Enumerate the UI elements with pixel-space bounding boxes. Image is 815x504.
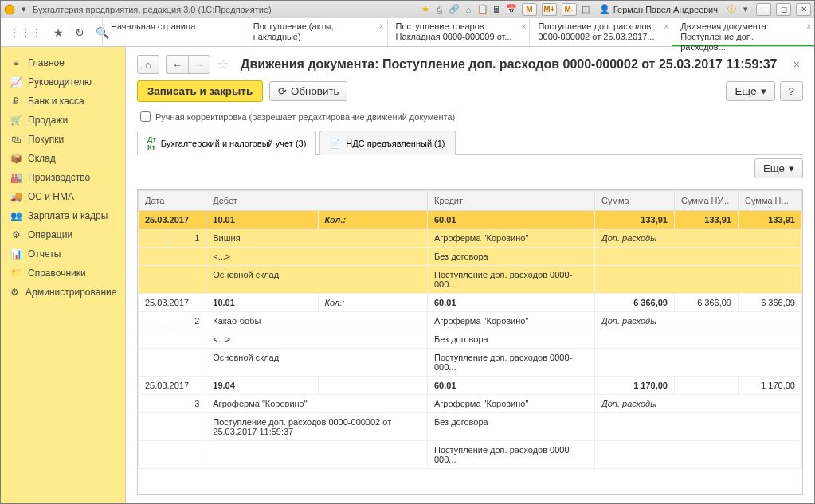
dropdown-icon[interactable]: ▾ [18, 4, 29, 15]
house-icon[interactable]: ⌂ [463, 4, 474, 15]
apps-icon[interactable]: ⋮⋮⋮ [9, 26, 42, 39]
grid-more-button[interactable]: Еще ▾ [754, 158, 803, 178]
home-button[interactable]: ⌂ [137, 55, 159, 74]
close-icon[interactable]: × [379, 21, 384, 32]
sidebar-item-6[interactable]: 🏭Производство [1, 168, 125, 187]
pane-icon[interactable]: ◫ [580, 4, 591, 15]
menu-icon: ≡ [10, 57, 22, 68]
table-row[interactable]: <...>Без договора [139, 330, 802, 349]
table-row[interactable]: 25.03.201719.0460.011 170,001 170,00 [139, 377, 802, 395]
close-icon[interactable]: × [806, 21, 811, 32]
cart-out-icon: 🛒 [10, 115, 22, 126]
maximize-button[interactable]: ◻ [776, 3, 791, 16]
truck-icon: 🚚 [10, 191, 22, 202]
sidebar-item-9[interactable]: ⚙Операции [1, 225, 125, 244]
sidebar-item-8[interactable]: 👥Зарплата и кадры [1, 206, 125, 225]
window-title: Бухгалтерия предприятия, редакция 3.0 (1… [33, 5, 272, 14]
sidebar-label: Склад [28, 153, 56, 164]
calc-icon[interactable]: 🖩 [492, 4, 503, 15]
sidebar-item-11[interactable]: 📁Справочники [1, 264, 125, 283]
tab-home[interactable]: Начальная страница [102, 18, 245, 46]
table-row[interactable]: 25.03.201710.01Кол.:60.01133,91133,91133… [139, 211, 802, 229]
col-sum-nu[interactable]: Сумма НУ... [675, 191, 739, 211]
sidebar-item-10[interactable]: 📊Отчеты [1, 244, 125, 264]
close-button[interactable]: ✕ [796, 3, 811, 16]
table-row[interactable]: Поступление доп. расходов 0000-000... [139, 441, 802, 469]
dropdown2-icon[interactable]: ▾ [740, 4, 751, 15]
table-row[interactable]: Основной складПоступление доп. расходов … [139, 349, 802, 377]
doc-close-icon[interactable]: × [790, 58, 803, 71]
inner-tabs: ДтКтБухгалтерский и налоговый учет (3) 📄… [137, 130, 803, 155]
close-icon[interactable]: × [522, 21, 527, 32]
clip-icon[interactable]: 📋 [477, 4, 488, 15]
box-icon: 📦 [10, 153, 22, 164]
tab-movements[interactable]: Движения документа:Поступление доп. расх… [672, 18, 814, 46]
sidebar-label: ОС и НМА [28, 191, 74, 202]
user-label[interactable]: 👤Герман Павел Андреевич [594, 4, 723, 14]
tab-incoming[interactable]: Поступление (акты, накладные)× [245, 18, 387, 46]
refresh-button[interactable]: ⟳Обновить [269, 81, 347, 101]
movements-table[interactable]: Дата Дебет Кредит Сумма Сумма НУ... Сумм… [138, 190, 802, 469]
table-row[interactable]: <...>Без договора [139, 248, 802, 266]
chevron-down-icon: ▾ [761, 85, 766, 97]
sidebar-label: Руководителю [28, 76, 92, 88]
help-button[interactable]: ? [780, 81, 803, 101]
m-minus-button[interactable]: M- [562, 3, 577, 16]
folder-icon: 📁 [10, 268, 22, 279]
sidebar-item-5[interactable]: 📦Склад [1, 149, 125, 168]
tab-extracosts[interactable]: Поступление доп. расходов0000-000002 от … [529, 18, 672, 46]
ops-icon: ⚙ [10, 229, 22, 240]
sidebar-label: Покупки [28, 134, 64, 145]
link-icon[interactable]: 🔗 [449, 4, 460, 15]
sidebar-item-12[interactable]: ⚙Администрирование [1, 283, 125, 302]
table-row[interactable]: Основной складПоступление доп. расходов … [139, 266, 802, 294]
col-date[interactable]: Дата [139, 191, 206, 211]
sidebar-item-4[interactable]: 🛍Покупки [1, 130, 125, 149]
report-icon: 📊 [10, 248, 22, 260]
table-row[interactable]: 25.03.201710.01Кол.:60.016 366,096 366,0… [139, 294, 802, 312]
people-icon: 👥 [10, 210, 22, 221]
cart-in-icon: 🛍 [10, 134, 22, 145]
sidebar-item-0[interactable]: ≡Главное [1, 53, 125, 72]
col-credit[interactable]: Кредит [428, 191, 595, 211]
info-icon[interactable]: ⓘ [726, 4, 737, 15]
more-button[interactable]: Еще ▾ [726, 81, 774, 101]
close-icon[interactable]: × [664, 21, 668, 32]
table-row[interactable]: Поступление доп. расходов 0000-000002 от… [139, 413, 802, 441]
tab-accounting[interactable]: ДтКтБухгалтерский и налоговый учет (3) [137, 131, 316, 155]
svg-point-0 [5, 5, 14, 14]
toolbar-left: ⋮⋮⋮ ★ ↻ 🔍 [1, 18, 102, 46]
sidebar-item-3[interactable]: 🛒Продажи [1, 111, 125, 130]
tab-goods[interactable]: Поступление товаров:Накладная 0000-00000… [387, 18, 530, 46]
col-debit[interactable]: Дебет [206, 191, 428, 211]
minimize-button[interactable]: — [756, 3, 771, 16]
sidebar-label: Операции [28, 229, 72, 240]
forward-button[interactable]: → [188, 55, 210, 74]
table-row[interactable]: 2Какао-бобыАгроферма "Коровино"Доп. расх… [139, 312, 802, 330]
fav-icon[interactable]: ★ [420, 4, 431, 15]
dt-kt-icon: ДтКт [147, 135, 156, 151]
gear-icon: ⚙ [10, 287, 19, 298]
tab-vat[interactable]: 📄НДС предъявленный (1) [319, 131, 455, 155]
sidebar-label: Главное [28, 57, 65, 68]
sidebar-item-7[interactable]: 🚚ОС и НМА [1, 187, 125, 206]
star-icon[interactable]: ★ [53, 26, 64, 39]
table-row[interactable]: 3Агроферма "Коровино"Агроферма "Коровино… [139, 395, 802, 413]
m-plus-button[interactable]: M+ [542, 3, 557, 16]
save-close-button[interactable]: Записать и закрыть [137, 80, 263, 102]
sidebar-item-1[interactable]: 📈Руководителю [1, 72, 125, 92]
manual-edit-checkbox[interactable] [140, 111, 151, 122]
col-sum-n[interactable]: Сумма Н... [739, 191, 802, 211]
sidebar-item-2[interactable]: ₽Банк и касса [1, 92, 125, 111]
calendar-icon[interactable]: 📅 [506, 4, 517, 15]
factory-icon: 🏭 [10, 172, 22, 183]
table-row[interactable]: 1ВишняАгроферма "Коровино"Доп. расходы [139, 229, 802, 248]
back-button[interactable]: ← [166, 55, 188, 74]
star-outline-icon[interactable]: ☆ [217, 56, 229, 73]
history-icon[interactable]: ↻ [75, 26, 84, 39]
user-icon: 👤 [599, 4, 610, 14]
sidebar-label: Продажи [28, 115, 68, 126]
m-button[interactable]: M [522, 3, 537, 16]
col-sum[interactable]: Сумма [595, 191, 675, 211]
print-icon[interactable]: ⎙ [434, 4, 445, 15]
